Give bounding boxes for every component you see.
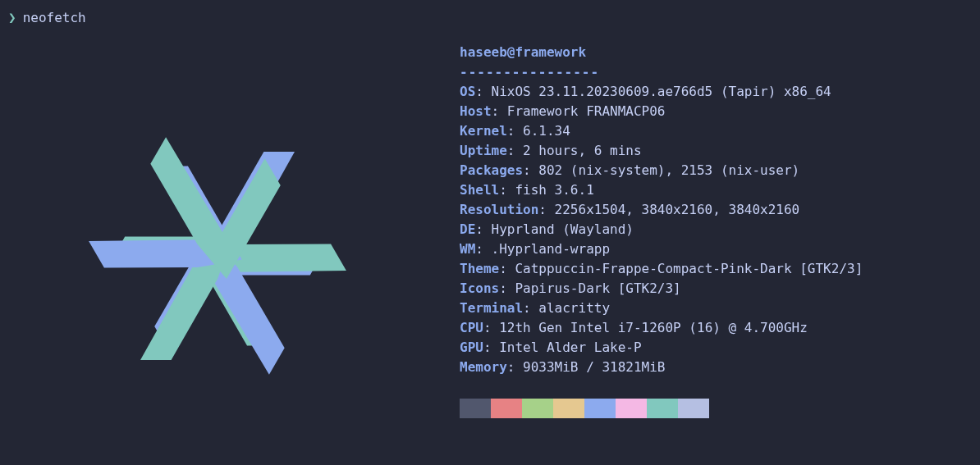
color-swatch xyxy=(678,399,709,418)
info-row-wm: WM: .Hyprland-wrapp xyxy=(460,239,863,259)
color-swatch xyxy=(553,399,584,418)
info-key: CPU xyxy=(460,320,483,335)
info-row-resolution: Resolution: 2256x1504, 3840x2160, 3840x2… xyxy=(460,200,863,220)
info-row-memory: Memory: 9033MiB / 31821MiB xyxy=(460,358,863,377)
system-info: haseeb@framework ---------------- OS: Ni… xyxy=(460,34,863,465)
info-key: Icons xyxy=(460,280,499,296)
info-row-kernel: Kernel: 6.1.34 xyxy=(460,121,863,141)
info-key: Kernel xyxy=(460,123,507,139)
info-key: OS xyxy=(460,84,475,99)
color-swatch xyxy=(584,399,616,418)
color-swatch xyxy=(522,399,553,418)
info-key: Terminal xyxy=(460,300,523,316)
neofetch-output: haseeb@framework ---------------- OS: Ni… xyxy=(8,34,972,465)
info-value: Intel Alder Lake-P xyxy=(499,340,641,355)
hostname: framework xyxy=(515,44,586,60)
at-symbol: @ xyxy=(507,44,515,60)
info-row-os: OS: NixOS 23.11.20230609.ae766d5 (Tapir)… xyxy=(460,82,863,102)
info-value: 6.1.34 xyxy=(523,123,570,139)
info-value: 2 hours, 6 mins xyxy=(523,143,642,158)
info-row-de: DE: Hyprland (Wayland) xyxy=(460,220,863,239)
info-value: 2256x1504, 3840x2160, 3840x2160 xyxy=(555,202,800,217)
color-swatch xyxy=(616,399,647,418)
info-key: Resolution xyxy=(460,202,538,217)
color-palette xyxy=(460,399,863,418)
info-value: 802 (nix-system), 2153 (nix-user) xyxy=(538,162,799,178)
info-key: Theme xyxy=(460,261,499,276)
nixos-logo-icon xyxy=(25,39,410,465)
color-swatch xyxy=(647,399,678,418)
info-key: DE xyxy=(460,221,475,237)
info-value: Framework FRANMACP06 xyxy=(507,103,666,119)
info-row-gpu: GPU: Intel Alder Lake-P xyxy=(460,338,863,358)
prompt-symbol: ❯ xyxy=(8,8,16,28)
info-row-host: Host: Framework FRANMACP06 xyxy=(460,102,863,121)
info-key: GPU xyxy=(460,340,483,355)
info-row-terminal: Terminal: alacritty xyxy=(460,299,863,318)
info-value: alacritty xyxy=(538,300,610,316)
color-swatch xyxy=(460,399,491,418)
info-value: NixOS 23.11.20230609.ae766d5 (Tapir) x86… xyxy=(492,84,831,99)
command-text: neofetch xyxy=(23,8,86,28)
username: haseeb xyxy=(460,44,507,60)
info-key: Host xyxy=(460,103,492,119)
info-row-uptime: Uptime: 2 hours, 6 mins xyxy=(460,141,863,161)
info-value: fish 3.6.1 xyxy=(515,182,593,198)
info-row-cpu: CPU: 12th Gen Intel i7-1260P (16) @ 4.70… xyxy=(460,318,863,338)
prompt-line: ❯ neofetch xyxy=(8,8,972,28)
color-swatch xyxy=(491,399,522,418)
info-key: Uptime xyxy=(460,143,507,158)
info-row-shell: Shell: fish 3.6.1 xyxy=(460,180,863,200)
info-value: 9033MiB / 31821MiB xyxy=(523,359,665,375)
info-key: Shell xyxy=(460,182,499,198)
info-row-packages: Packages: 802 (nix-system), 2153 (nix-us… xyxy=(460,161,863,180)
info-value: Hyprland (Wayland) xyxy=(492,221,634,237)
distro-logo xyxy=(8,34,410,465)
info-key: Memory xyxy=(460,359,507,375)
info-key: Packages xyxy=(460,162,523,178)
info-row-theme: Theme: Catppuccin-Frappe-Compact-Pink-Da… xyxy=(460,259,863,279)
info-value: Papirus-Dark [GTK2/3] xyxy=(515,280,680,296)
user-host-header: haseeb@framework xyxy=(460,43,863,62)
info-value: 12th Gen Intel i7-1260P (16) @ 4.700GHz xyxy=(499,320,808,335)
info-value: Catppuccin-Frappe-Compact-Pink-Dark [GTK… xyxy=(515,261,863,276)
header-separator: ---------------- xyxy=(460,62,863,82)
info-key: WM xyxy=(460,241,475,257)
info-value: .Hyprland-wrapp xyxy=(492,241,611,257)
info-row-icons: Icons: Papirus-Dark [GTK2/3] xyxy=(460,279,863,299)
